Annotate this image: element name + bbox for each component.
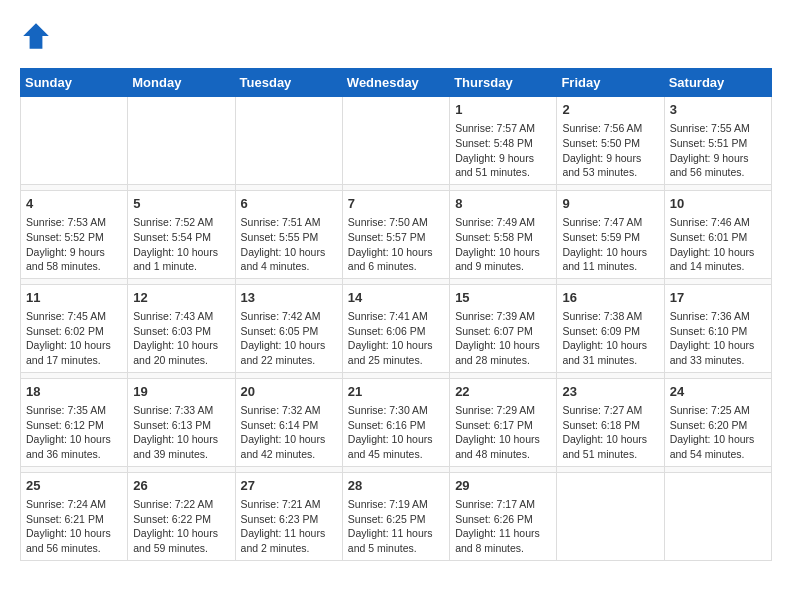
day-info: Sunrise: 7:46 AM Sunset: 6:01 PM Dayligh… bbox=[670, 215, 766, 274]
day-info: Sunrise: 7:19 AM Sunset: 6:25 PM Dayligh… bbox=[348, 497, 444, 556]
day-info: Sunrise: 7:38 AM Sunset: 6:09 PM Dayligh… bbox=[562, 309, 658, 368]
day-cell bbox=[128, 97, 235, 185]
calendar-header: Sunday Monday Tuesday Wednesday Thursday… bbox=[21, 69, 772, 97]
day-cell: 6Sunrise: 7:51 AM Sunset: 5:55 PM Daylig… bbox=[235, 190, 342, 278]
day-cell: 1Sunrise: 7:57 AM Sunset: 5:48 PM Daylig… bbox=[450, 97, 557, 185]
day-number: 5 bbox=[133, 195, 229, 213]
day-number: 2 bbox=[562, 101, 658, 119]
week-row-4: 25Sunrise: 7:24 AM Sunset: 6:21 PM Dayli… bbox=[21, 472, 772, 560]
day-number: 20 bbox=[241, 383, 337, 401]
day-cell: 7Sunrise: 7:50 AM Sunset: 5:57 PM Daylig… bbox=[342, 190, 449, 278]
day-number: 18 bbox=[26, 383, 122, 401]
day-info: Sunrise: 7:51 AM Sunset: 5:55 PM Dayligh… bbox=[241, 215, 337, 274]
day-cell: 12Sunrise: 7:43 AM Sunset: 6:03 PM Dayli… bbox=[128, 284, 235, 372]
day-cell: 2Sunrise: 7:56 AM Sunset: 5:50 PM Daylig… bbox=[557, 97, 664, 185]
day-number: 27 bbox=[241, 477, 337, 495]
day-number: 25 bbox=[26, 477, 122, 495]
day-cell: 15Sunrise: 7:39 AM Sunset: 6:07 PM Dayli… bbox=[450, 284, 557, 372]
day-number: 21 bbox=[348, 383, 444, 401]
col-friday: Friday bbox=[557, 69, 664, 97]
day-cell: 3Sunrise: 7:55 AM Sunset: 5:51 PM Daylig… bbox=[664, 97, 771, 185]
day-cell: 29Sunrise: 7:17 AM Sunset: 6:26 PM Dayli… bbox=[450, 472, 557, 560]
day-info: Sunrise: 7:56 AM Sunset: 5:50 PM Dayligh… bbox=[562, 121, 658, 180]
day-cell: 27Sunrise: 7:21 AM Sunset: 6:23 PM Dayli… bbox=[235, 472, 342, 560]
day-number: 16 bbox=[562, 289, 658, 307]
day-info: Sunrise: 7:35 AM Sunset: 6:12 PM Dayligh… bbox=[26, 403, 122, 462]
day-cell bbox=[21, 97, 128, 185]
day-cell: 21Sunrise: 7:30 AM Sunset: 6:16 PM Dayli… bbox=[342, 378, 449, 466]
day-cell: 26Sunrise: 7:22 AM Sunset: 6:22 PM Dayli… bbox=[128, 472, 235, 560]
day-cell: 25Sunrise: 7:24 AM Sunset: 6:21 PM Dayli… bbox=[21, 472, 128, 560]
day-number: 13 bbox=[241, 289, 337, 307]
logo bbox=[20, 20, 56, 52]
day-info: Sunrise: 7:27 AM Sunset: 6:18 PM Dayligh… bbox=[562, 403, 658, 462]
day-cell: 22Sunrise: 7:29 AM Sunset: 6:17 PM Dayli… bbox=[450, 378, 557, 466]
calendar-table: Sunday Monday Tuesday Wednesday Thursday… bbox=[20, 68, 772, 561]
day-number: 22 bbox=[455, 383, 551, 401]
day-info: Sunrise: 7:33 AM Sunset: 6:13 PM Dayligh… bbox=[133, 403, 229, 462]
day-number: 26 bbox=[133, 477, 229, 495]
calendar-body: 1Sunrise: 7:57 AM Sunset: 5:48 PM Daylig… bbox=[21, 97, 772, 561]
day-cell: 19Sunrise: 7:33 AM Sunset: 6:13 PM Dayli… bbox=[128, 378, 235, 466]
day-number: 8 bbox=[455, 195, 551, 213]
col-wednesday: Wednesday bbox=[342, 69, 449, 97]
day-number: 9 bbox=[562, 195, 658, 213]
day-number: 1 bbox=[455, 101, 551, 119]
day-number: 14 bbox=[348, 289, 444, 307]
day-cell: 14Sunrise: 7:41 AM Sunset: 6:06 PM Dayli… bbox=[342, 284, 449, 372]
day-cell: 23Sunrise: 7:27 AM Sunset: 6:18 PM Dayli… bbox=[557, 378, 664, 466]
col-sunday: Sunday bbox=[21, 69, 128, 97]
day-cell: 24Sunrise: 7:25 AM Sunset: 6:20 PM Dayli… bbox=[664, 378, 771, 466]
day-info: Sunrise: 7:53 AM Sunset: 5:52 PM Dayligh… bbox=[26, 215, 122, 274]
day-info: Sunrise: 7:43 AM Sunset: 6:03 PM Dayligh… bbox=[133, 309, 229, 368]
day-info: Sunrise: 7:24 AM Sunset: 6:21 PM Dayligh… bbox=[26, 497, 122, 556]
day-cell bbox=[664, 472, 771, 560]
page-header bbox=[20, 20, 772, 52]
day-cell: 10Sunrise: 7:46 AM Sunset: 6:01 PM Dayli… bbox=[664, 190, 771, 278]
day-cell bbox=[235, 97, 342, 185]
day-number: 19 bbox=[133, 383, 229, 401]
day-number: 23 bbox=[562, 383, 658, 401]
day-info: Sunrise: 7:47 AM Sunset: 5:59 PM Dayligh… bbox=[562, 215, 658, 274]
day-info: Sunrise: 7:36 AM Sunset: 6:10 PM Dayligh… bbox=[670, 309, 766, 368]
week-row-1: 4Sunrise: 7:53 AM Sunset: 5:52 PM Daylig… bbox=[21, 190, 772, 278]
day-info: Sunrise: 7:50 AM Sunset: 5:57 PM Dayligh… bbox=[348, 215, 444, 274]
day-number: 10 bbox=[670, 195, 766, 213]
day-number: 6 bbox=[241, 195, 337, 213]
col-thursday: Thursday bbox=[450, 69, 557, 97]
day-number: 12 bbox=[133, 289, 229, 307]
day-cell: 5Sunrise: 7:52 AM Sunset: 5:54 PM Daylig… bbox=[128, 190, 235, 278]
day-number: 17 bbox=[670, 289, 766, 307]
day-cell: 9Sunrise: 7:47 AM Sunset: 5:59 PM Daylig… bbox=[557, 190, 664, 278]
day-cell: 16Sunrise: 7:38 AM Sunset: 6:09 PM Dayli… bbox=[557, 284, 664, 372]
day-cell: 11Sunrise: 7:45 AM Sunset: 6:02 PM Dayli… bbox=[21, 284, 128, 372]
day-info: Sunrise: 7:29 AM Sunset: 6:17 PM Dayligh… bbox=[455, 403, 551, 462]
day-number: 24 bbox=[670, 383, 766, 401]
day-cell: 20Sunrise: 7:32 AM Sunset: 6:14 PM Dayli… bbox=[235, 378, 342, 466]
col-saturday: Saturday bbox=[664, 69, 771, 97]
day-info: Sunrise: 7:42 AM Sunset: 6:05 PM Dayligh… bbox=[241, 309, 337, 368]
day-number: 15 bbox=[455, 289, 551, 307]
col-monday: Monday bbox=[128, 69, 235, 97]
svg-marker-0 bbox=[23, 23, 49, 49]
day-cell: 4Sunrise: 7:53 AM Sunset: 5:52 PM Daylig… bbox=[21, 190, 128, 278]
day-number: 3 bbox=[670, 101, 766, 119]
day-info: Sunrise: 7:30 AM Sunset: 6:16 PM Dayligh… bbox=[348, 403, 444, 462]
week-row-2: 11Sunrise: 7:45 AM Sunset: 6:02 PM Dayli… bbox=[21, 284, 772, 372]
logo-icon bbox=[20, 20, 52, 52]
week-row-0: 1Sunrise: 7:57 AM Sunset: 5:48 PM Daylig… bbox=[21, 97, 772, 185]
day-info: Sunrise: 7:32 AM Sunset: 6:14 PM Dayligh… bbox=[241, 403, 337, 462]
day-info: Sunrise: 7:21 AM Sunset: 6:23 PM Dayligh… bbox=[241, 497, 337, 556]
day-info: Sunrise: 7:22 AM Sunset: 6:22 PM Dayligh… bbox=[133, 497, 229, 556]
day-info: Sunrise: 7:39 AM Sunset: 6:07 PM Dayligh… bbox=[455, 309, 551, 368]
header-row: Sunday Monday Tuesday Wednesday Thursday… bbox=[21, 69, 772, 97]
day-cell bbox=[342, 97, 449, 185]
day-info: Sunrise: 7:49 AM Sunset: 5:58 PM Dayligh… bbox=[455, 215, 551, 274]
day-info: Sunrise: 7:57 AM Sunset: 5:48 PM Dayligh… bbox=[455, 121, 551, 180]
day-number: 29 bbox=[455, 477, 551, 495]
day-cell: 8Sunrise: 7:49 AM Sunset: 5:58 PM Daylig… bbox=[450, 190, 557, 278]
col-tuesday: Tuesday bbox=[235, 69, 342, 97]
day-cell bbox=[557, 472, 664, 560]
day-info: Sunrise: 7:17 AM Sunset: 6:26 PM Dayligh… bbox=[455, 497, 551, 556]
day-info: Sunrise: 7:52 AM Sunset: 5:54 PM Dayligh… bbox=[133, 215, 229, 274]
